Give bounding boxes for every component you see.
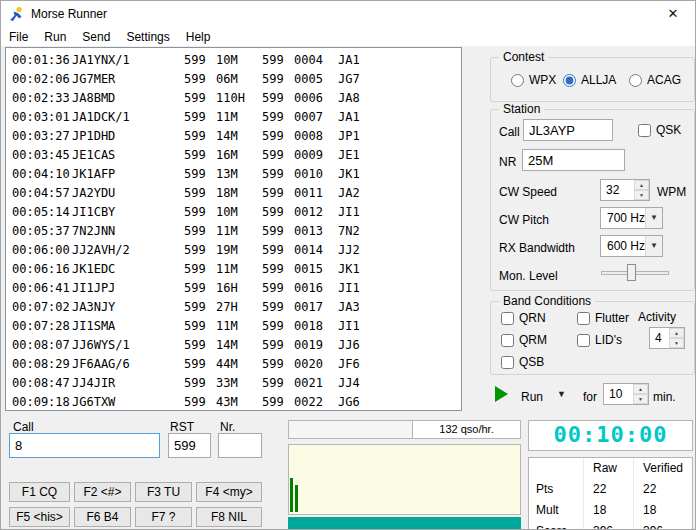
cw-pitch-dropdown-icon[interactable]: ▼ bbox=[645, 208, 662, 228]
cw-speed-spinner[interactable]: 32 ▲ ▼ bbox=[600, 179, 650, 201]
duration-up-icon[interactable]: ▲ bbox=[633, 384, 648, 394]
run-mode-dropdown-icon[interactable]: ▼ bbox=[557, 389, 566, 399]
duration-spinner[interactable]: 10 ▲ ▼ bbox=[603, 383, 649, 405]
qso-serial-number: 0020 bbox=[294, 355, 338, 374]
qso-rst-received: 599 bbox=[262, 108, 294, 127]
qso-callsign: JJ4JIR bbox=[72, 374, 184, 393]
waveform-bar bbox=[295, 485, 298, 512]
duration-down-icon[interactable]: ▼ bbox=[633, 394, 648, 404]
qso-log-row[interactable]: 00:08:47 JJ4JIR 599 33M 599 0021 JJ4 bbox=[12, 374, 461, 393]
qso-serial-number: 0013 bbox=[294, 222, 338, 241]
station-call-input[interactable] bbox=[523, 119, 613, 141]
band-condition-checkbox[interactable]: QRM bbox=[501, 333, 547, 347]
menu-item[interactable]: Send bbox=[74, 29, 118, 45]
contest-radio-input[interactable] bbox=[511, 74, 524, 87]
activity-up-icon[interactable]: ▲ bbox=[669, 328, 684, 338]
fkey-button[interactable]: F8 NIL bbox=[196, 507, 262, 527]
play-icon[interactable] bbox=[495, 386, 508, 402]
fkey-button[interactable]: F4 <my> bbox=[196, 482, 262, 502]
qso-log-row[interactable]: 00:06:16 JK1EDC 599 11M 599 0015 JK1 bbox=[12, 260, 461, 279]
qso-rst-received: 599 bbox=[262, 393, 294, 411]
entry-call-input[interactable] bbox=[9, 433, 160, 458]
cw-speed-up-icon[interactable]: ▲ bbox=[634, 180, 649, 190]
qsk-checkbox[interactable]: QSK bbox=[638, 123, 681, 137]
activity-spinner[interactable]: 4 ▲ ▼ bbox=[649, 327, 685, 349]
fkey-button[interactable]: F7 ? bbox=[135, 507, 192, 527]
qso-log-row[interactable]: 00:05:37 7N2JNN 599 11M 599 0013 7N2 bbox=[12, 222, 461, 241]
min-label: min. bbox=[653, 390, 676, 404]
close-icon[interactable]: ✕ bbox=[651, 1, 695, 27]
fkey-button[interactable]: F3 TU bbox=[135, 482, 192, 502]
cw-pitch-select[interactable]: 700 Hz ▼ bbox=[600, 207, 663, 229]
fkey-row-1: F1 CQF2 <#>F3 TUF4 <my> bbox=[9, 482, 262, 502]
qso-log-row[interactable]: 00:02:33 JA8BMD 599 110H 599 0006 JA8 bbox=[12, 89, 461, 108]
qso-log-row[interactable]: 00:08:07 JJ6WYS/1 599 14M 599 0019 JJ6 bbox=[12, 336, 461, 355]
status-bar: 132 qso/hr. bbox=[288, 420, 521, 439]
band-condition-checkbox[interactable]: LID's bbox=[577, 333, 622, 347]
entry-rst-input[interactable] bbox=[168, 433, 211, 458]
menu-item[interactable]: File bbox=[1, 29, 36, 45]
qso-log-row[interactable]: 00:08:29 JF6AAG/6 599 44M 599 0020 JF6 bbox=[12, 355, 461, 374]
contest-radio-option[interactable]: ALLJA bbox=[563, 73, 616, 87]
qso-rst-sent: 599 bbox=[184, 222, 216, 241]
fkey-button[interactable]: F6 B4 bbox=[74, 507, 131, 527]
qso-log-row[interactable]: 00:07:02 JA3NJY 599 27H 599 0017 JA3 bbox=[12, 298, 461, 317]
qso-log-row[interactable]: 00:04:10 JK1AFP 599 13M 599 0010 JK1 bbox=[12, 165, 461, 184]
contest-radio-option[interactable]: ACAG bbox=[629, 73, 681, 87]
qso-log-row[interactable]: 00:01:36 JA1YNX/1 599 10M 599 0004 JA1 bbox=[12, 51, 461, 70]
qsk-checkbox-input[interactable] bbox=[638, 124, 651, 137]
band-condition-checkbox-input[interactable] bbox=[577, 334, 590, 347]
qso-log-list[interactable]: 00:01:36 JA1YNX/1 599 10M 599 0004 JA1 0… bbox=[5, 47, 462, 411]
band-condition-checkbox-input[interactable] bbox=[501, 312, 514, 325]
cw-speed-spin-buttons: ▲ ▼ bbox=[634, 180, 649, 200]
qso-callsign: JF6AAG/6 bbox=[72, 355, 184, 374]
qso-log-row[interactable]: 00:05:14 JI1CBY 599 10M 599 0012 JI1 bbox=[12, 203, 461, 222]
station-nr-input[interactable] bbox=[522, 149, 625, 171]
qso-callsign: JG7MER bbox=[72, 70, 184, 89]
menu-item[interactable]: Help bbox=[178, 29, 219, 45]
cw-speed-down-icon[interactable]: ▼ bbox=[634, 190, 649, 200]
qso-log-row[interactable]: 00:06:41 JI1JPJ 599 16H 599 0016 JI1 bbox=[12, 279, 461, 298]
qso-log-row[interactable]: 00:09:18 JG6TXW 599 43M 599 0022 JG6 bbox=[12, 393, 461, 411]
qso-serial-number: 0015 bbox=[294, 260, 338, 279]
qso-callsign: JJ6WYS/1 bbox=[72, 336, 184, 355]
band-condition-checkbox[interactable]: QRN bbox=[501, 311, 546, 325]
mon-level-slider-thumb[interactable] bbox=[627, 264, 636, 281]
band-condition-checkbox-input[interactable] bbox=[501, 334, 514, 347]
qso-log-row[interactable]: 00:03:01 JA1DCK/1 599 11M 599 0007 JA1 bbox=[12, 108, 461, 127]
qso-serial-number: 0021 bbox=[294, 374, 338, 393]
fkey-button[interactable]: F5 <his> bbox=[9, 507, 70, 527]
contest-radio-option[interactable]: WPX bbox=[511, 73, 556, 87]
band-condition-checkbox-input[interactable] bbox=[501, 356, 514, 369]
contest-radio-input[interactable] bbox=[563, 74, 576, 87]
qso-log-row[interactable]: 00:06:00 JJ2AVH/2 599 19M 599 0014 JJ2 bbox=[12, 241, 461, 260]
qso-log-row[interactable]: 00:03:27 JP1DHD 599 14M 599 0008 JP1 bbox=[12, 127, 461, 146]
waveform-bar bbox=[290, 478, 293, 512]
entry-nr-input[interactable] bbox=[218, 433, 262, 458]
rx-bandwidth-dropdown-icon[interactable]: ▼ bbox=[645, 236, 662, 256]
activity-down-icon[interactable]: ▼ bbox=[669, 338, 684, 348]
qso-log-row[interactable]: 00:04:57 JA2YDU 599 18M 599 0011 JA2 bbox=[12, 184, 461, 203]
qso-callsign: JP1DHD bbox=[72, 127, 184, 146]
qso-log-row[interactable]: 00:02:06 JG7MER 599 06M 599 0005 JG7 bbox=[12, 70, 461, 89]
rx-bandwidth-select[interactable]: 600 Hz ▼ bbox=[600, 235, 663, 257]
band-condition-checkbox[interactable]: QSB bbox=[501, 355, 544, 369]
contest-radio-input[interactable] bbox=[629, 74, 642, 87]
qso-serial-number: 0011 bbox=[294, 184, 338, 203]
qso-time: 00:08:29 bbox=[12, 355, 72, 374]
qso-exchange-sent: 10M bbox=[216, 51, 262, 70]
qso-log-row[interactable]: 00:07:28 JI1SMA 599 11M 599 0018 JI1 bbox=[12, 317, 461, 336]
menu-item[interactable]: Settings bbox=[118, 29, 177, 45]
qso-rst-sent: 599 bbox=[184, 241, 216, 260]
band-condition-checkbox[interactable]: Flutter bbox=[577, 311, 629, 325]
run-button[interactable]: Run bbox=[521, 390, 543, 404]
fkey-button[interactable]: F1 CQ bbox=[9, 482, 70, 502]
qso-serial-number: 0014 bbox=[294, 241, 338, 260]
qso-rst-received: 599 bbox=[262, 241, 294, 260]
fkey-button[interactable]: F2 <#> bbox=[74, 482, 131, 502]
band-condition-checkbox-input[interactable] bbox=[577, 312, 590, 325]
qso-log-row[interactable]: 00:03:45 JE1CAS 599 16M 599 0009 JE1 bbox=[12, 146, 461, 165]
mon-level-slider[interactable] bbox=[601, 263, 669, 283]
menu-item[interactable]: Run bbox=[36, 29, 74, 45]
qso-rst-sent: 599 bbox=[184, 146, 216, 165]
